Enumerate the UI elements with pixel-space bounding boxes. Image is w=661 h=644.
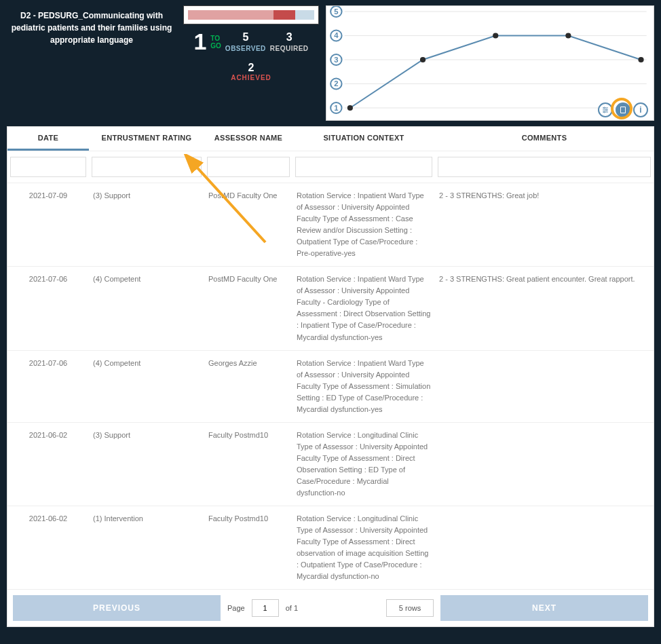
cell-context: Rotation Service : Inpatient Ward Type o… <box>292 189 435 261</box>
col-header-comments[interactable]: COMMENTS <box>435 127 654 151</box>
cell-context: Rotation Service : Longitudinal Clinic T… <box>292 512 435 584</box>
table-row[interactable]: 2021-07-09(3) SupportPostMD Faculty OneR… <box>7 183 654 267</box>
svg-point-17 <box>493 33 498 39</box>
svg-point-19 <box>638 57 643 62</box>
rows-select[interactable]: 5 rows <box>386 599 434 617</box>
to-go-label: TO GO <box>210 35 221 50</box>
page-input[interactable] <box>252 599 279 617</box>
col-header-rating[interactable]: ENTRUSTMENT RATING <box>89 127 204 151</box>
table-row[interactable]: 2021-07-06(4) CompetentPostMD Faculty On… <box>7 267 654 350</box>
svg-point-25 <box>604 111 605 113</box>
cell-date: 2021-06-02 <box>7 512 89 584</box>
svg-point-23 <box>604 107 605 109</box>
previous-button[interactable]: PREVIOUS <box>13 595 221 621</box>
svg-text:4: 4 <box>334 32 339 40</box>
info-icon[interactable]: i <box>633 102 648 117</box>
progress-bar <box>183 5 319 24</box>
cell-comments <box>435 428 654 500</box>
filter-rating[interactable] <box>92 157 202 177</box>
entrustment-chart: 12345 i <box>326 5 654 121</box>
cell-rating: (3) Support <box>89 428 204 500</box>
svg-point-16 <box>420 57 426 62</box>
svg-point-15 <box>347 105 353 111</box>
cell-assessor: Faculty Postmd10 <box>204 512 292 584</box>
filter-context[interactable] <box>295 157 432 177</box>
cell-date: 2021-07-09 <box>7 189 89 261</box>
cell-rating: (4) Competent <box>89 272 204 344</box>
svg-text:1: 1 <box>334 104 338 112</box>
table-row[interactable]: 2021-07-06(4) CompetentGeorges AzzieRota… <box>7 351 654 423</box>
col-header-context[interactable]: SITUATION CONTEXT <box>292 127 435 151</box>
of-label: of 1 <box>286 604 298 612</box>
svg-text:3: 3 <box>334 56 338 64</box>
cell-assessor: Georges Azzie <box>204 356 292 417</box>
cell-comments: 2 - 3 STRENGTHS: Great job! <box>435 189 654 261</box>
cell-comments <box>435 512 654 584</box>
svg-point-18 <box>565 33 571 39</box>
table-row[interactable]: 2021-06-02(1) InterventionFaculty Postmd… <box>7 506 654 590</box>
cell-comments <box>435 356 654 417</box>
cell-date: 2021-07-06 <box>7 356 89 417</box>
filter-date[interactable] <box>10 157 86 177</box>
cell-rating: (1) Intervention <box>89 512 204 584</box>
observed-label: OBSERVED <box>225 45 266 52</box>
cell-date: 2021-06-02 <box>7 428 89 500</box>
assessments-table: DATE ENTRUSTMENT RATING ASSESSOR NAME SI… <box>7 126 654 627</box>
next-button[interactable]: NEXT <box>440 595 648 621</box>
required-number: 3 <box>286 31 292 43</box>
stats-panel: 1 TO GO 5 OBSERVED 3 REQUIRED 2 ACHIEVED <box>183 5 319 121</box>
cell-assessor: PostMD Faculty One <box>204 272 292 344</box>
cell-context: Rotation Service : Inpatient Ward Type o… <box>292 356 435 417</box>
svg-point-24 <box>606 109 607 111</box>
filter-assessor[interactable] <box>207 157 290 177</box>
cell-date: 2021-07-06 <box>7 272 89 344</box>
cell-assessor: PostMD Faculty One <box>204 189 292 261</box>
achieved-label: ACHIEVED <box>183 74 319 81</box>
col-header-date[interactable]: DATE <box>7 127 89 151</box>
col-header-assessor[interactable]: ASSESSOR NAME <box>204 127 292 151</box>
settings-icon[interactable] <box>598 102 613 117</box>
svg-text:5: 5 <box>334 7 338 16</box>
required-label: REQUIRED <box>270 45 309 52</box>
svg-text:2: 2 <box>334 80 338 88</box>
cell-rating: (3) Support <box>89 189 204 261</box>
table-row[interactable]: 2021-06-02(3) SupportFaculty Postmd10Rot… <box>7 423 654 506</box>
cell-comments: 2 - 3 STRENGTHS: Great patient encounter… <box>435 272 654 344</box>
filter-comments[interactable] <box>438 157 651 177</box>
page-label: Page <box>227 604 245 612</box>
book-icon[interactable] <box>616 102 630 117</box>
cell-context: Rotation Service : Longitudinal Clinic T… <box>292 428 435 500</box>
epa-title: D2 - PEDSURG_Communicating with pediatri… <box>7 5 176 121</box>
achieved-number: 2 <box>183 62 319 74</box>
cell-assessor: Faculty Postmd10 <box>204 428 292 500</box>
observed-number: 5 <box>242 31 248 43</box>
cell-rating: (4) Competent <box>89 356 204 417</box>
to-go-number: 1 <box>193 29 206 55</box>
cell-context: Rotation Service : Inpatient Ward Type o… <box>292 272 435 344</box>
